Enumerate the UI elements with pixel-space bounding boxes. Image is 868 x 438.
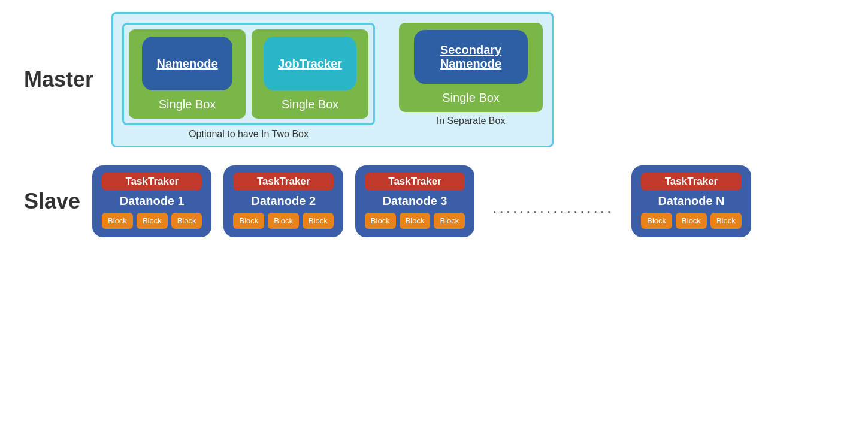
datanode-label-3: Datanode 3 — [383, 194, 447, 208]
block-n-3: Block — [710, 213, 742, 229]
block-1-3: Block — [171, 213, 202, 229]
block-3-2: Block — [400, 213, 431, 229]
blocks-row-2: Block Block Block — [233, 213, 333, 229]
namenode-text: Namenode — [156, 57, 217, 71]
two-box-group: Namenode Single Box JobTracker Single Bo… — [122, 23, 375, 125]
jobtracker-node: JobTracker — [264, 37, 356, 90]
namenode-green-box: Namenode Single Box — [129, 29, 246, 119]
block-2-3: Block — [303, 213, 334, 229]
block-3-3: Block — [434, 213, 465, 229]
task-tracker-n: TaskTraker — [641, 173, 741, 191]
slave-nodes-row: TaskTraker Datanode 1 Block Block Block … — [92, 165, 751, 237]
block-n-2: Block — [676, 213, 707, 229]
secondary-namenode-node: Secondary Namenode — [414, 30, 528, 84]
block-2-2: Block — [268, 213, 299, 229]
slave-node-1: TaskTraker Datanode 1 Block Block Block — [92, 165, 211, 237]
secondary-single-box-label: Single Box — [442, 91, 500, 105]
caption-sep-box: In Separate Box — [437, 116, 506, 126]
master-outer-box: Namenode Single Box JobTracker Single Bo… — [111, 12, 554, 147]
jobtracker-single-box-label: Single Box — [282, 98, 339, 111]
datanode-label-1: Datanode 1 — [120, 194, 185, 208]
secondary-namenode-green-box: Secondary Namenode Single Box — [399, 23, 543, 112]
jobtracker-green-box: JobTracker Single Box — [252, 29, 368, 119]
diagram-container: Master Namenode Single Box — [0, 0, 868, 438]
spacer — [381, 23, 393, 140]
task-tracker-2: TaskTraker — [233, 173, 333, 191]
datanode-label-2: Datanode 2 — [251, 194, 316, 208]
slave-node-3: TaskTraker Datanode 3 Block Block Block — [355, 165, 474, 237]
secondary-namenode-text: Secondary Namenode — [440, 43, 501, 71]
datanode-label-n: Datanode N — [658, 194, 724, 208]
blocks-row-n: Block Block Block — [641, 213, 741, 229]
namenode-single-box-label: Single Box — [159, 98, 216, 111]
caption-two-box: Optional to have In Two Box — [189, 129, 309, 140]
master-label: Master — [24, 67, 93, 92]
master-section: Master Namenode Single Box — [24, 12, 844, 147]
block-2-1: Block — [233, 213, 264, 229]
slave-label: Slave — [24, 189, 80, 214]
block-1-2: Block — [137, 213, 168, 229]
slave-node-n: TaskTraker Datanode N Block Block Block — [631, 165, 751, 237]
task-tracker-1: TaskTraker — [102, 173, 202, 191]
task-tracker-3: TaskTraker — [365, 173, 465, 191]
block-1-1: Block — [102, 213, 133, 229]
block-n-1: Block — [641, 213, 672, 229]
slave-node-2: TaskTraker Datanode 2 Block Block Block — [223, 165, 343, 237]
blocks-row-3: Block Block Block — [365, 213, 465, 229]
ellipsis: .................. — [486, 198, 619, 217]
block-3-1: Block — [365, 213, 396, 229]
slave-section: Slave TaskTraker Datanode 1 Block Block … — [24, 165, 844, 237]
jobtracker-text: JobTracker — [278, 57, 342, 71]
namenode-node: Namenode — [142, 37, 232, 90]
blocks-row-1: Block Block Block — [102, 213, 202, 229]
